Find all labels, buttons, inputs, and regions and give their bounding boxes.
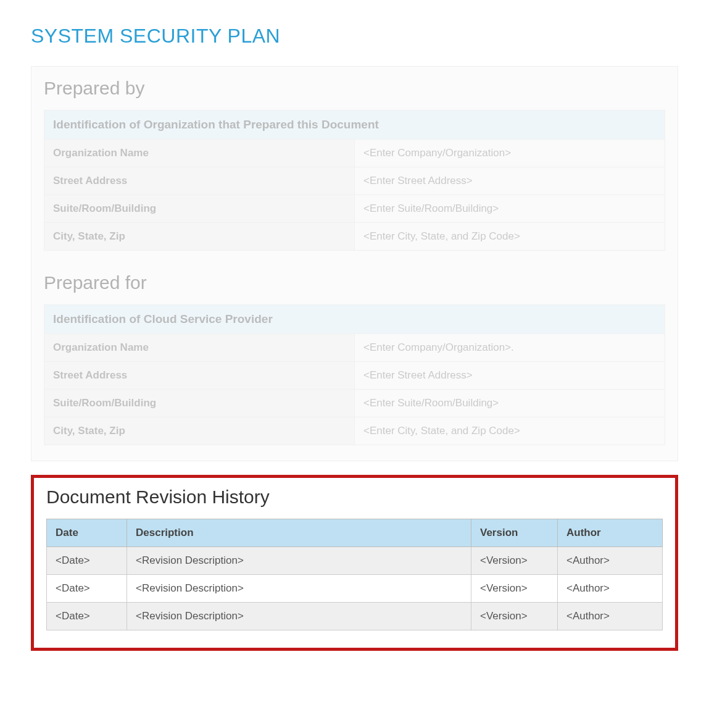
field-value: <Enter Suite/Room/Building> [355,195,665,223]
table-row: Suite/Room/Building <Enter Suite/Room/Bu… [44,195,665,223]
col-header-date: Date [47,519,127,547]
field-label: Organization Name [44,334,355,362]
table-row: <Date> <Revision Description> <Version> … [47,547,663,575]
table-row: <Date> <Revision Description> <Version> … [47,603,663,630]
table-row: Suite/Room/Building <Enter Suite/Room/Bu… [44,390,665,417]
cell-desc: <Revision Description> [127,547,471,575]
prepared-sections-block: Prepared by Identification of Organizati… [31,66,678,461]
cell-author: <Author> [558,547,663,575]
col-header-desc: Description [127,519,471,547]
revision-history-block: Document Revision History Date Descripti… [31,475,678,651]
cell-desc: <Revision Description> [127,603,471,630]
field-value: <Enter Company/Organization>. [355,334,665,362]
prepared-for-heading: Prepared for [44,272,665,293]
col-header-version: Version [471,519,558,547]
cell-date: <Date> [47,575,127,603]
field-label: Suite/Room/Building [44,390,355,417]
revision-history-heading: Document Revision History [46,487,663,508]
col-header-author: Author [558,519,663,547]
cell-date: <Date> [47,603,127,630]
cell-version: <Version> [471,603,558,630]
field-value: <Enter Street Address> [355,167,665,195]
table-row: <Date> <Revision Description> <Version> … [47,575,663,603]
prepared-by-table: Identification of Organization that Prep… [44,110,665,251]
cell-version: <Version> [471,575,558,603]
field-label: Street Address [44,167,355,195]
table-row: Organization Name <Enter Company/Organiz… [44,334,665,362]
cell-author: <Author> [558,603,663,630]
field-label: Suite/Room/Building [44,195,355,223]
cell-version: <Version> [471,547,558,575]
field-value: <Enter Company/Organization> [355,140,665,167]
field-label: City, State, Zip [44,417,355,445]
table-row: City, State, Zip <Enter City, State, and… [44,417,665,445]
table-row: Street Address <Enter Street Address> [44,167,665,195]
revision-history-table: Date Description Version Author <Date> <… [46,519,663,630]
prepared-for-banner: Identification of Cloud Service Provider [44,305,665,334]
prepared-by-heading: Prepared by [44,78,665,99]
field-label: City, State, Zip [44,223,355,251]
prepared-for-table: Identification of Cloud Service Provider… [44,304,665,445]
field-label: Organization Name [44,140,355,167]
field-label: Street Address [44,362,355,390]
prepared-by-banner: Identification of Organization that Prep… [44,111,665,140]
field-value: <Enter Street Address> [355,362,665,390]
cell-desc: <Revision Description> [127,575,471,603]
field-value: <Enter City, State, and Zip Code> [355,417,665,445]
table-row: Street Address <Enter Street Address> [44,362,665,390]
cell-author: <Author> [558,575,663,603]
cell-date: <Date> [47,547,127,575]
field-value: <Enter City, State, and Zip Code> [355,223,665,251]
table-row: City, State, Zip <Enter City, State, and… [44,223,665,251]
field-value: <Enter Suite/Room/Building> [355,390,665,417]
page-title: SYSTEM SECURITY PLAN [31,25,678,48]
table-row: Organization Name <Enter Company/Organiz… [44,140,665,167]
